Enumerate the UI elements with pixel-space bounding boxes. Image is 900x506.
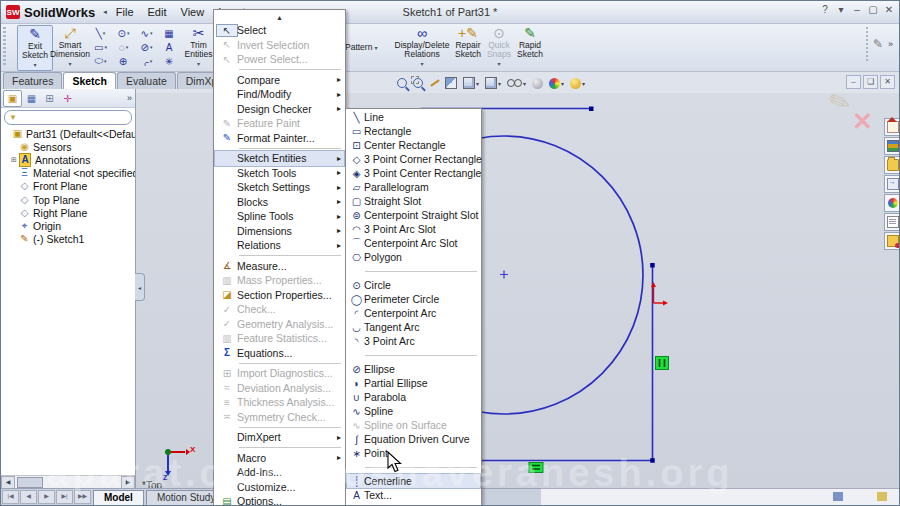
submenu-item[interactable]: ▢ Straight Slot <box>347 194 480 208</box>
menu-item[interactable]: ▥ Feature Statistics... <box>215 331 344 346</box>
tree-item[interactable]: Ξ Material <not specified> <box>1 167 135 180</box>
smart-dimension-button[interactable]: ⤢ Smart Dimension ▾ <box>53 25 87 69</box>
tree-item[interactable]: ◉ Sensors <box>1 140 135 153</box>
panel-tab[interactable]: ▣ <box>3 90 22 107</box>
submenu-item[interactable]: ◜ Centerpoint Arc <box>347 306 480 320</box>
menu-item[interactable]: Customize... <box>215 480 344 495</box>
tree-item[interactable]: ◇ Front Plane <box>1 180 135 193</box>
menu-item[interactable]: ⊞ Import Diagnostics... <box>215 366 344 381</box>
sketch-tool-button[interactable]: A <box>158 40 181 54</box>
exit-sketch-button[interactable]: ✎ Exit Sketch ▾ <box>17 25 53 71</box>
confirmation-corner-cancel-icon[interactable]: ✕ <box>852 107 873 136</box>
scrollbar-thumb[interactable] <box>17 477 43 488</box>
sketch-tool-caret-icon[interactable]: ▾ <box>103 30 106 36</box>
custom-properties-tab[interactable] <box>884 213 900 231</box>
design-library-tab[interactable] <box>884 137 900 155</box>
playback-button[interactable]: |◀ <box>2 490 19 504</box>
menu-item[interactable]: ◪ Section Properties... <box>215 288 344 303</box>
panel-tab[interactable]: ▦ <box>23 91 40 106</box>
view-palette-tab[interactable] <box>884 232 900 250</box>
submenu-item[interactable]: ◠ 3 Point Arc Slot <box>347 222 480 236</box>
menu-item[interactable]: ▤ Options... <box>215 494 344 506</box>
submenu-item[interactable]: ╲ Line <box>347 110 480 124</box>
panel-splitter-handle[interactable]: ◂ <box>135 273 145 301</box>
submenu-item[interactable] <box>347 264 480 278</box>
file-explorer-tab[interactable] <box>884 156 900 174</box>
submenu-item[interactable]: ⎔ Polygon <box>347 250 480 264</box>
sketch-tool-button[interactable]: ▦ <box>158 26 181 40</box>
maximize-button[interactable]: ▢ <box>867 4 879 15</box>
sketch-tool-caret-icon[interactable]: ▾ <box>150 58 153 64</box>
sketch-tool-button[interactable]: ⊕ <box>112 54 135 68</box>
menu-item[interactable]: Dimensions ▸ <box>215 224 344 239</box>
submenu-item[interactable] <box>347 348 480 362</box>
playback-button[interactable]: ◀ <box>20 490 37 504</box>
help-caret-icon[interactable]: ▾ <box>835 4 847 15</box>
menu-scroll-up-icon[interactable]: ▲ <box>215 11 344 23</box>
tree-item[interactable]: ⊞ A Annotations <box>1 153 135 166</box>
menu-item[interactable]: ✎ Feature Paint <box>215 116 344 131</box>
tree-item[interactable]: ⌖ Origin <box>1 219 135 232</box>
menu-item[interactable]: ≍ Symmetry Check... <box>215 410 344 425</box>
menu-item[interactable]: ✓ Geometry Analysis... <box>215 317 344 332</box>
pattern-button[interactable]: Pattern ▾ <box>345 25 391 69</box>
menu-item[interactable]: ∡ Measure... <box>215 259 344 274</box>
submenu-item[interactable]: ◈ 3 Point Center Rectangle <box>347 166 480 180</box>
pattern-caret-icon[interactable]: ▾ <box>374 44 377 51</box>
menu-item[interactable]: Find/Modify ▸ <box>215 87 344 102</box>
smart-dimension-caret-icon[interactable]: ▾ <box>68 61 71 67</box>
menu-item[interactable]: ↖ Invert Selection <box>215 38 344 53</box>
submenu-item[interactable]: ∪ Parabola <box>347 390 480 404</box>
sketch-tool-caret-icon[interactable]: ▾ <box>127 30 130 36</box>
sketch-tool-caret-icon[interactable]: ▾ <box>126 44 129 50</box>
menu-item[interactable]: Spline Tools ▸ <box>215 209 344 224</box>
menu-item[interactable]: Relations ▸ <box>215 238 344 253</box>
tree-filter-input[interactable]: ▼ <box>4 110 132 125</box>
menu-item[interactable]: ↖ Select <box>215 23 344 38</box>
menu-item[interactable]: ✓ Check... <box>215 302 344 317</box>
doc-close-button[interactable]: ✕ <box>880 75 895 89</box>
submenu-item[interactable]: A Text... <box>347 488 480 502</box>
submenu-item[interactable]: ⊙ Circle <box>347 278 480 292</box>
toolbar-grip[interactable] <box>3 27 6 67</box>
sketch-tool-caret-icon[interactable]: ▾ <box>104 44 107 50</box>
sketch-tool-button[interactable]: ⌌▾ <box>135 54 158 68</box>
search-tab[interactable] <box>884 175 900 193</box>
panel-tab[interactable]: ✛ <box>59 91 76 106</box>
menu-item[interactable]: Design Checker ▸ <box>215 102 344 117</box>
commandmanager-tab[interactable]: Features <box>3 72 62 89</box>
panel-horizontal-scrollbar[interactable]: ◀ ▶ <box>1 475 135 489</box>
submenu-item[interactable]: ◇ 3 Point Corner Rectangle <box>347 152 480 166</box>
playback-button[interactable]: ▶▶ <box>74 490 91 504</box>
menu-item[interactable]: ↖ Power Select... <box>215 52 344 67</box>
zoom-to-area-button[interactable] <box>413 78 423 88</box>
menubar-item[interactable]: View <box>174 4 212 20</box>
help-button[interactable]: ? <box>819 4 831 15</box>
toolbar-overflow-button[interactable]: » <box>888 39 893 49</box>
menu-item[interactable]: ≡ Thickness Analysis... <box>215 395 344 410</box>
sketch-tool-caret-icon[interactable]: ▾ <box>150 30 153 36</box>
submenu-item[interactable]: ∗ Point <box>347 446 480 460</box>
exit-sketch-caret-icon[interactable]: ▾ <box>33 62 36 68</box>
submenu-item[interactable]: ⊡ Center Rectangle <box>347 138 480 152</box>
menu-item[interactable]: DimXpert ▸ <box>215 430 344 445</box>
tree-item[interactable]: ▣ Part31 (Default<<Default>_Displ <box>1 127 135 140</box>
submenu-item[interactable]: ◡ Tangent Arc <box>347 320 480 334</box>
minimize-button[interactable]: – <box>851 4 863 15</box>
sketch-tool-button[interactable]: ⊘▾ <box>135 40 158 54</box>
submenu-item[interactable]: ▱ Parallelogram <box>347 180 480 194</box>
menu-item[interactable]: ✎ Format Painter... <box>215 131 344 146</box>
display-style-button[interactable]: ▾ <box>485 77 501 89</box>
resources-tab[interactable] <box>884 118 900 136</box>
doc-restore-button[interactable]: ❏ <box>863 75 878 89</box>
submenu-item[interactable]: ┊ Centerline <box>347 474 480 488</box>
submenu-item[interactable]: ▭ Rectangle <box>347 124 480 138</box>
section-view-button[interactable] <box>445 77 457 89</box>
submenu-item[interactable]: ⌒ Centerpoint Arc Slot <box>347 236 480 250</box>
view-orientation-button[interactable]: ▾ <box>463 77 479 89</box>
submenu-item[interactable]: ◯ Perimeter Circle <box>347 292 480 306</box>
menu-item[interactable]: Sketch Settings ▸ <box>215 180 344 195</box>
menu-item[interactable]: Add-Ins... <box>215 465 344 480</box>
menu-item[interactable]: ≈ Deviation Analysis... <box>215 381 344 396</box>
zoom-to-fit-button[interactable] <box>397 78 407 88</box>
